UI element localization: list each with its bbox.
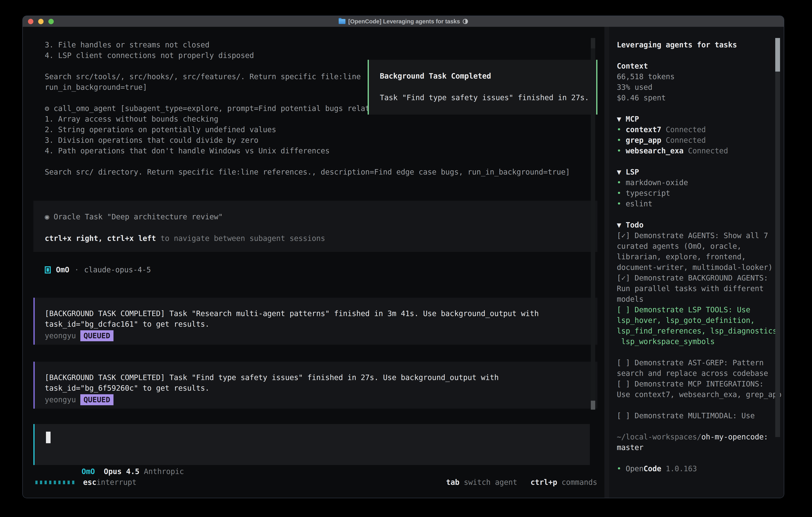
todo-pending-line: [ ] Demonstrate MCP INTEGRATIONS: <box>617 379 768 389</box>
tab-key-hint[interactable]: tab <box>446 477 460 488</box>
todo-active-line: lsp_find_references, lsp_diagnostics, <box>617 326 768 336</box>
transcript-line: 4. LSP client connections not properly d… <box>45 50 584 61</box>
status-dot-icon: • <box>617 146 626 155</box>
main-scrollbar-thumb[interactable] <box>591 401 595 410</box>
todo-pending-line: [ ] Demonstrate MULTIMODAL: Use <box>617 410 768 421</box>
todo-done-line: curated agents (OmO, oracle, <box>617 241 768 251</box>
hint-shortcut: ctrl+x right, ctrl+x left <box>45 234 156 243</box>
status-dot-icon: • <box>617 136 626 144</box>
task-message-meta: yeongyu QUEUED <box>45 394 114 405</box>
task-author: yeongyu <box>45 394 76 405</box>
prompt-input[interactable]: OmO Opus 4.5 Anthropic <box>33 424 590 465</box>
agent-model: claude-opus-4-5 <box>84 265 151 275</box>
todo-done-line: models <box>617 294 768 304</box>
text-cursor <box>46 432 51 443</box>
todo-active-line: [ ] Demonstrate LSP TOOLS: Use <box>617 304 768 315</box>
main-scrollbar[interactable] <box>591 38 595 410</box>
status-bar-right: tab switch agent ctrl+p commands <box>446 477 597 488</box>
gear-icon: ⚙ <box>45 104 54 113</box>
todo-done-line: [✓] Demonstrate AGENTS: Show all 7 <box>617 230 768 241</box>
chevron-down-icon: ▼ <box>617 115 626 124</box>
mcp-section-header[interactable]: ▼ MCP <box>617 114 768 124</box>
session-title: Leveraging agents for tasks <box>617 39 768 50</box>
window-controls[interactable] <box>28 16 54 27</box>
ctrlp-key-label: commands <box>562 477 597 488</box>
todo-done-line: librarian, explore, frontend, <box>617 251 768 262</box>
todo-pending-line: search and replace across codebase <box>617 368 768 379</box>
status-dot-icon: • <box>617 125 626 134</box>
chevron-down-icon: ▼ <box>617 168 626 176</box>
lsp-section-header[interactable]: ▼ LSP <box>617 167 768 177</box>
input-agent-name: OmO <box>82 467 95 476</box>
zoom-window-button[interactable] <box>48 19 54 24</box>
queued-badge: QUEUED <box>80 330 114 341</box>
lsp-item: • markdown-oxide <box>617 177 768 188</box>
oracle-task-card[interactable]: ◉ Oracle Task "Deep architecture review"… <box>33 201 598 252</box>
context-spent: $0.46 spent <box>617 92 768 103</box>
tool-call-item: 2. String operations on potentially unde… <box>45 124 584 135</box>
half-circle-icon <box>463 19 468 24</box>
context-heading: Context <box>617 61 768 71</box>
mcp-item: • websearch_exa Connected <box>617 145 768 156</box>
task-author: yeongyu <box>45 330 76 341</box>
folder-icon <box>339 19 345 24</box>
app-window: [OpenCode] Leveraging agents for tasks 3… <box>22 16 784 498</box>
esc-key-hint[interactable]: esc <box>83 477 96 488</box>
todo-done-line: [✓] Demonstrate BACKGROUND AGENTS: <box>617 273 768 283</box>
mcp-item: • context7 Connected <box>617 124 768 135</box>
title-bar: [OpenCode] Leveraging agents for tasks <box>23 16 784 27</box>
input-model: Opus 4.5 <box>104 467 140 476</box>
background-task-message[interactable]: [BACKGROUND TASK COMPLETED] Task "Resear… <box>33 298 598 345</box>
todo-pending-line: [ ] Demonstrate AST-GREP: Pattern <box>617 357 768 368</box>
agent-icon <box>45 266 51 273</box>
hint-text: to navigate between subagent sessions <box>156 234 325 243</box>
status-dot-icon: • <box>617 464 626 473</box>
lsp-item: • typescript <box>617 188 768 198</box>
tool-call-item: 3. Division operations that could divide… <box>45 135 584 145</box>
session-sidebar: Leveraging agents for tasks Context 66,5… <box>609 27 784 498</box>
panel-divider <box>604 27 609 498</box>
task-message-line1: [BACKGROUND TASK COMPLETED] Task "Resear… <box>45 308 539 319</box>
oracle-task-hint: ctrl+x right, ctrl+x left to navigate be… <box>45 233 325 244</box>
esc-key-label: interrupt <box>96 477 137 488</box>
transcript-blank-line <box>45 156 584 167</box>
status-dot-icon: • <box>617 199 626 208</box>
task-message-line2: task_id="bg_dcfac161" to get results. <box>45 319 209 329</box>
minimize-window-button[interactable] <box>38 19 44 24</box>
lsp-item: • eslint <box>617 198 768 209</box>
chevron-down-icon: ▼ <box>617 221 626 229</box>
status-dot-icon: • <box>617 178 626 187</box>
todo-active-line: lsp_hover, lsp_goto_definition, <box>617 315 768 326</box>
notification-title: Background Task Completed <box>380 71 491 81</box>
fisheye-icon: ◉ <box>45 213 54 221</box>
status-bar: esc interrupt tab switch agent ctrl+p co… <box>35 477 597 488</box>
task-message-meta: yeongyu QUEUED <box>45 330 114 341</box>
mcp-item: • grep_app Connected <box>617 135 768 145</box>
version-line: • OpenCode 1.0.163 <box>617 463 768 474</box>
tool-call-item: 4. Path operations that don't handle Win… <box>45 145 584 156</box>
task-message-line2: task_id="bg_6f59260c" to get results. <box>45 383 209 393</box>
workspace-path: ~/local-workspaces/oh-my-opencode: <box>617 432 768 442</box>
task-message-line1: [BACKGROUND TASK COMPLETED] Task "Find t… <box>45 372 499 383</box>
todo-done-line: Run parallel tasks with different <box>617 283 768 294</box>
sidebar-scrollbar[interactable] <box>775 38 780 437</box>
workspace-branch: master <box>617 442 768 453</box>
sidebar-scrollbar-thumb[interactable] <box>775 38 780 72</box>
tab-key-label: switch agent <box>464 477 517 488</box>
queued-badge: QUEUED <box>80 394 114 405</box>
notification-body: Task "Find type safety issues" finished … <box>380 92 589 103</box>
close-window-button[interactable] <box>28 19 33 24</box>
ctrlp-key-hint[interactable]: ctrl+p <box>530 477 557 488</box>
oracle-task-title: ◉ Oracle Task "Deep architecture review" <box>45 212 223 222</box>
agent-session-header[interactable]: OmO · claude-opus-4-5 <box>45 265 151 275</box>
tool-call-tail: Search src/ directory. Return specific f… <box>45 167 584 177</box>
separator-dot: · <box>75 265 79 275</box>
context-used: 33% used <box>617 82 768 92</box>
background-task-message[interactable]: [BACKGROUND TASK COMPLETED] Task "Find t… <box>33 362 598 409</box>
agent-name: OmO <box>56 265 69 275</box>
notification-toast[interactable]: Background Task Completed Task "Find typ… <box>368 60 598 114</box>
todo-section-header[interactable]: ▼ Todo <box>617 220 768 230</box>
status-dot-icon: • <box>617 189 626 197</box>
context-tokens: 66,518 tokens <box>617 71 768 82</box>
todo-active-line: lsp_workspace_symbols <box>617 336 768 347</box>
